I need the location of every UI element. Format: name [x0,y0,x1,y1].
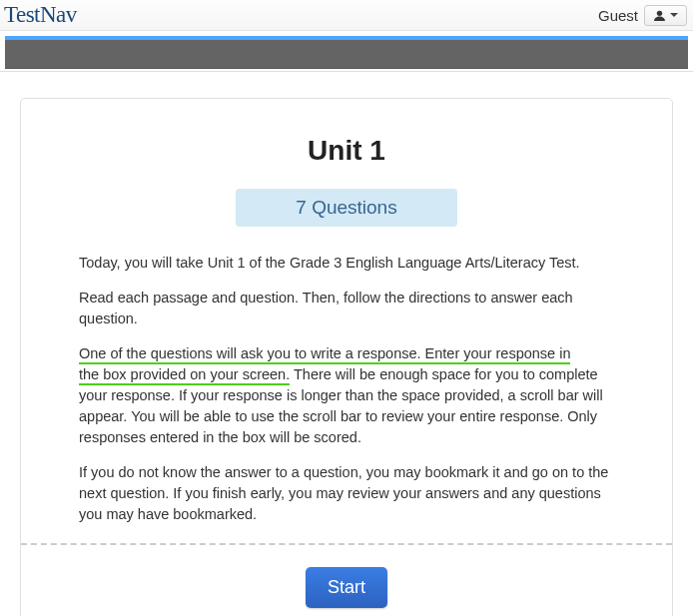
instruction-paragraph: If you do not know the answer to a quest… [79,462,614,525]
highlighted-text: One of the questions will ask you to wri… [79,345,570,364]
svg-point-0 [657,10,662,15]
brand-logo: TestNav [4,2,77,28]
start-button[interactable]: Start [306,567,387,608]
guest-label: Guest [598,7,638,24]
instruction-paragraph: One of the questions will ask you to wri… [79,343,614,448]
page-area: Unit 1 7 Questions Today, you will take … [0,72,693,616]
user-area: Guest [598,5,687,26]
caret-down-icon [670,13,678,17]
gray-toolbar-strip [5,40,688,69]
user-menu-button[interactable] [644,5,687,26]
instruction-paragraph: Read each passage and question. Then, fo… [79,288,614,329]
user-icon [653,9,666,22]
dashed-separator [21,543,672,545]
question-count-badge: 7 Questions [236,189,456,227]
instructions-card: Unit 1 7 Questions Today, you will take … [20,98,673,616]
header-strip [0,31,693,69]
unit-title: Unit 1 [79,135,614,167]
highlighted-text: the box provided on your screen. [79,366,290,385]
instruction-paragraph: Today, you will take Unit 1 of the Grade… [79,253,614,274]
top-bar: TestNav Guest [0,0,693,31]
